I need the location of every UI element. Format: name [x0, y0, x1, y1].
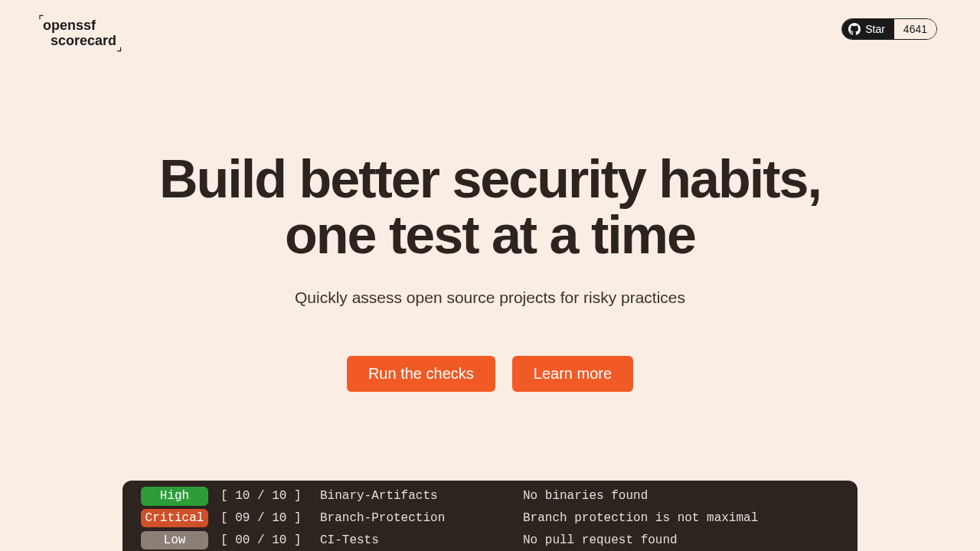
hero-subtitle: Quickly assess open source projects for …	[0, 289, 980, 307]
hero-title: Build better security habits, one test a…	[0, 152, 980, 264]
run-checks-button[interactable]: Run the checks	[347, 356, 495, 392]
learn-more-button[interactable]: Learn more	[512, 356, 633, 392]
hero-section: Build better security habits, one test a…	[0, 67, 980, 392]
score-cell: [ 00 / 10 ]	[220, 530, 320, 551]
github-star-widget[interactable]: Star 4641	[841, 18, 937, 40]
severity-badge: Low	[141, 531, 208, 549]
severity-badge: High	[141, 487, 208, 505]
check-cell: Branch-Protection	[320, 507, 523, 530]
check-cell: Binary-Artifacts	[320, 485, 523, 507]
logo[interactable]: openssf scorecard	[43, 18, 116, 49]
desc-cell: No pull request found	[523, 530, 678, 551]
severity-badge: Critical	[141, 509, 208, 527]
github-star-label: Star	[865, 23, 885, 35]
check-cell: CI-Tests	[320, 530, 523, 551]
logo-line1: openssf	[43, 18, 116, 34]
score-cell: [ 10 / 10 ]	[220, 485, 320, 507]
terminal-output: High [ 10 / 10 ] Binary-Artifacts No bin…	[122, 481, 858, 551]
logo-line2: scorecard	[43, 34, 116, 49]
desc-cell: Branch protection is not maximal	[523, 507, 758, 530]
terminal-row: Low [ 00 / 10 ] CI-Tests No pull request…	[141, 530, 839, 551]
terminal-row: High [ 10 / 10 ] Binary-Artifacts No bin…	[141, 485, 839, 507]
score-cell: [ 09 / 10 ]	[220, 507, 320, 530]
terminal-row: Critical [ 09 / 10 ] Branch-Protection B…	[141, 507, 839, 530]
cta-row: Run the checks Learn more	[0, 356, 980, 392]
hero-title-line1: Build better security habits,	[159, 149, 821, 209]
github-star-button[interactable]: Star	[842, 19, 894, 39]
desc-cell: No binaries found	[523, 485, 648, 507]
github-star-count: 4641	[894, 19, 936, 39]
github-icon	[848, 23, 861, 35]
hero-title-line2: one test at a time	[285, 205, 695, 265]
